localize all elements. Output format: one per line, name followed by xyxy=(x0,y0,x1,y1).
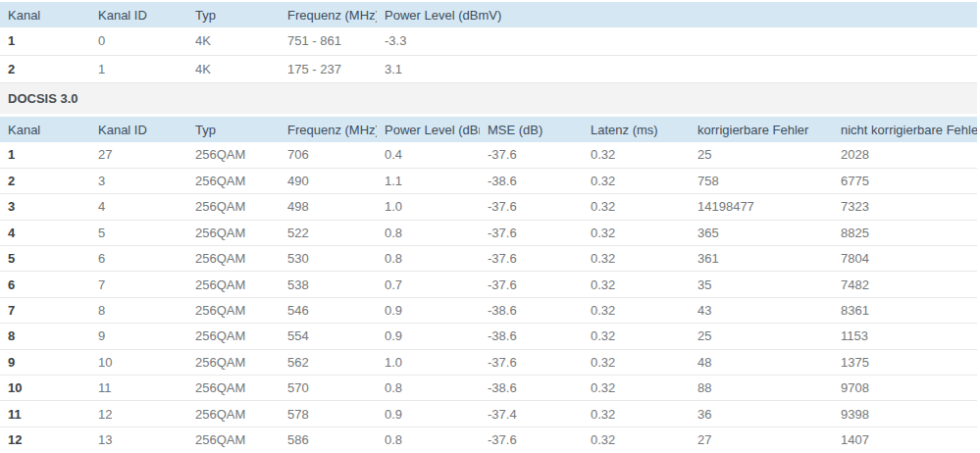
table-cell: 365 xyxy=(690,220,833,245)
table-cell: 0.9 xyxy=(377,324,480,349)
table-cell: 4 xyxy=(90,194,187,220)
table-cell: 256QAM xyxy=(187,324,280,349)
table-cell: 27 xyxy=(90,142,187,168)
table-cell: 3.1 xyxy=(377,55,977,82)
table-cell: 0.4 xyxy=(377,142,480,168)
table-cell: 7482 xyxy=(833,272,977,297)
docsis-status-page: KanalKanal IDTypFrequenz (MHz)Power Leve… xyxy=(0,0,977,453)
table-cell: 0.8 xyxy=(377,220,480,245)
table-cell: 256QAM xyxy=(187,246,280,272)
table-cell: 0.32 xyxy=(583,297,690,323)
table-cell: 578 xyxy=(280,401,377,427)
table-cell: 0.32 xyxy=(583,220,690,245)
table-row: 23256QAM4901.1-38.60.327586775 xyxy=(0,168,977,193)
table-cell: 0.32 xyxy=(583,272,690,297)
table-cell: -38.6 xyxy=(480,168,583,193)
table-cell: 498 xyxy=(280,194,377,220)
table-cell: 43 xyxy=(690,297,833,323)
docsis31-channel-table: KanalKanal IDTypFrequenz (MHz)Power Leve… xyxy=(0,2,977,82)
table-cell: 0.8 xyxy=(377,427,480,452)
table-cell: 0 xyxy=(90,27,187,55)
table-cell: 27 xyxy=(690,427,833,452)
column-header: Frequenz (MHz) xyxy=(280,2,377,27)
table-row: 89256QAM5540.9-38.60.32251153 xyxy=(0,324,977,349)
table-cell: 0.32 xyxy=(583,376,690,401)
table-cell: 2 xyxy=(0,55,90,82)
table-cell: 8361 xyxy=(833,297,977,323)
table-cell: 10 xyxy=(90,349,187,375)
docsis31-table-header: KanalKanal IDTypFrequenz (MHz)Power Leve… xyxy=(0,2,977,27)
table-cell: 1.0 xyxy=(377,349,480,375)
table-cell: 546 xyxy=(280,297,377,323)
table-cell: -37.6 xyxy=(480,246,583,272)
column-header: Power Level (dBmV) xyxy=(377,2,977,27)
table-cell: 530 xyxy=(280,246,377,272)
column-header: Kanal xyxy=(0,117,90,142)
table-cell: 256QAM xyxy=(187,401,280,427)
column-header: Frequenz (MHz) xyxy=(280,117,377,142)
table-cell: 8 xyxy=(0,324,90,349)
table-cell: 562 xyxy=(280,349,377,375)
table-cell: 256QAM xyxy=(187,272,280,297)
table-cell: 706 xyxy=(280,142,377,168)
table-cell: 256QAM xyxy=(187,194,280,220)
column-header: korrigierbare Fehler xyxy=(690,117,833,142)
table-cell: 88 xyxy=(690,376,833,401)
table-cell: 14198477 xyxy=(690,194,833,220)
table-cell: 0.8 xyxy=(377,376,480,401)
docsis30-section-label: DOCSIS 3.0 xyxy=(0,82,977,114)
column-header: Typ xyxy=(187,117,280,142)
table-cell: 1.0 xyxy=(377,194,480,220)
table-cell: 2 xyxy=(0,168,90,193)
table-cell: -38.6 xyxy=(480,324,583,349)
table-cell: 0.32 xyxy=(583,324,690,349)
table-cell: 5 xyxy=(90,220,187,245)
table-row: 56256QAM5300.8-37.60.323617804 xyxy=(0,246,977,272)
column-header: Kanal xyxy=(0,2,90,27)
table-cell: 6 xyxy=(0,272,90,297)
table-cell: 586 xyxy=(280,427,377,452)
table-cell: 10 xyxy=(0,376,90,401)
table-cell: 12 xyxy=(0,427,90,452)
table-cell: 522 xyxy=(280,220,377,245)
table-cell: 4K xyxy=(187,55,280,82)
table-row: 34256QAM4981.0-37.60.32141984777323 xyxy=(0,194,977,220)
table-cell: 751 - 861 xyxy=(280,27,377,55)
table-cell: 256QAM xyxy=(187,349,280,375)
table-cell: -38.6 xyxy=(480,297,583,323)
table-cell: 0.32 xyxy=(583,246,690,272)
table-cell: 7323 xyxy=(833,194,977,220)
table-cell: 2028 xyxy=(833,142,977,168)
table-cell: 570 xyxy=(280,376,377,401)
table-cell: 256QAM xyxy=(187,168,280,193)
column-header: Latenz (ms) xyxy=(583,117,690,142)
table-cell: 1 xyxy=(0,142,90,168)
table-cell: -37.6 xyxy=(480,349,583,375)
table-cell: 13 xyxy=(90,427,187,452)
table-cell: 3 xyxy=(90,168,187,193)
table-cell: 6 xyxy=(90,246,187,272)
column-header: Power Level (dBmV) xyxy=(377,117,480,142)
table-cell: 0.32 xyxy=(583,427,690,452)
table-cell: 1407 xyxy=(833,427,977,452)
table-cell: -37.6 xyxy=(480,142,583,168)
table-cell: 256QAM xyxy=(187,427,280,452)
table-cell: 3 xyxy=(0,194,90,220)
table-cell: 758 xyxy=(690,168,833,193)
table-row: 127256QAM7060.4-37.60.32252028 xyxy=(0,142,977,168)
table-cell: 538 xyxy=(280,272,377,297)
table-cell: 361 xyxy=(690,246,833,272)
table-cell: 4K xyxy=(187,27,280,55)
table-row: 1011256QAM5700.8-38.60.32889708 xyxy=(0,376,977,401)
table-cell: -37.6 xyxy=(480,272,583,297)
table-cell: 6775 xyxy=(833,168,977,193)
table-cell: 7 xyxy=(0,297,90,323)
table-cell: 9 xyxy=(0,349,90,375)
table-cell: 256QAM xyxy=(187,297,280,323)
table-cell: -37.4 xyxy=(480,401,583,427)
column-header: Kanal ID xyxy=(90,2,187,27)
table-cell: 0.32 xyxy=(583,194,690,220)
table-cell: 9708 xyxy=(833,376,977,401)
table-row: 104K751 - 861-3.3 xyxy=(0,27,977,55)
column-header: Typ xyxy=(187,2,280,27)
